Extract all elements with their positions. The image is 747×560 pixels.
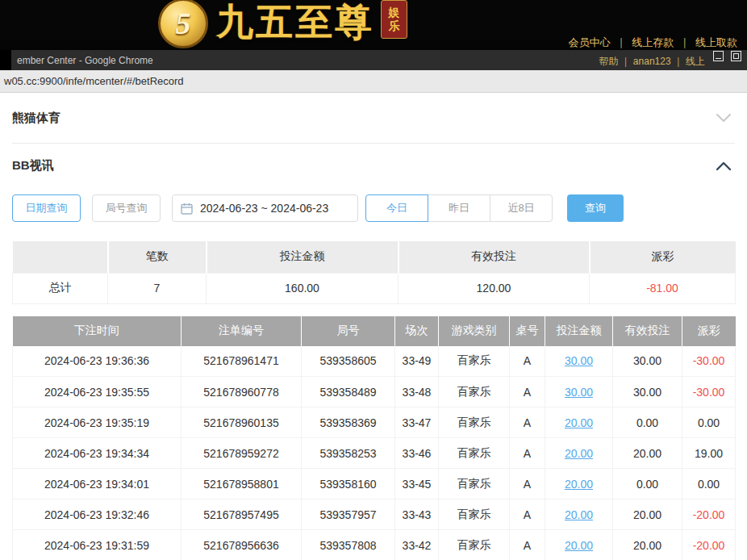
header-session: 场次 [395, 316, 439, 346]
header-round-no: 局号 [302, 316, 395, 346]
calendar-icon [181, 203, 193, 215]
cell-payout: -20.00 [682, 530, 736, 560]
cell-round-no: 539358489 [302, 377, 395, 407]
summary-bet-amount: 160.00 [207, 273, 399, 303]
link-separator: ｜ [616, 36, 627, 48]
cell-order-no: 521678957495 [182, 499, 302, 530]
header-order-no: 注单编号 [182, 316, 302, 346]
cell-game-type: 百家乐 [439, 499, 510, 530]
date-range-input[interactable]: 2024-06-23 ~ 2024-06-23 [172, 194, 358, 222]
cell-table-no: A [510, 499, 545, 530]
date-range-value: 2024-06-23 ~ 2024-06-23 [200, 202, 328, 215]
cell-session: 33-45 [395, 469, 439, 499]
cell-session: 33-48 [395, 377, 439, 407]
coin-icon: 5 [158, 0, 208, 48]
minimize-button[interactable] [713, 51, 724, 61]
cell-round-no: 539358160 [302, 469, 395, 499]
cell-valid-bet: 0.00 [613, 469, 682, 499]
bet-amount-link[interactable]: 30.00 [565, 386, 593, 399]
link-online-withdraw[interactable]: 线上取款 [695, 36, 737, 48]
chevron-up-icon[interactable] [716, 161, 732, 171]
cell-session: 33-43 [395, 499, 439, 530]
summary-header-blank [13, 241, 108, 273]
cell-bet-time: 2024-06-23 19:35:19 [13, 407, 182, 438]
today-button[interactable]: 今日 [365, 194, 428, 222]
badge-char-top: 娱 [389, 6, 400, 19]
cell-payout: -20.00 [682, 499, 736, 530]
url-text: w05.cc:9900/infe/mcenter/#/betRecord [4, 75, 184, 87]
table-row: 2024-06-23 19:34:01 521678958801 5393581… [13, 469, 736, 499]
bet-amount-link[interactable]: 20.00 [565, 508, 593, 521]
bet-amount-link[interactable]: 20.00 [565, 539, 593, 552]
link-separator: ｜ [679, 36, 690, 48]
table-row: 2024-06-23 19:35:19 521678960135 5393583… [13, 407, 736, 438]
cell-game-type: 百家乐 [439, 469, 510, 499]
summary-table: 笔数 投注金额 有效投注 派彩 总计 7 160.00 120.00 -81.0… [12, 241, 736, 304]
url-bar[interactable]: w05.cc:9900/infe/mcenter/#/betRecord [0, 70, 747, 93]
bet-records-table: 下注时间 注单编号 局号 场次 游戏类别 桌号 投注金额 有效投注 派彩 202… [12, 316, 736, 560]
summary-header-count: 笔数 [108, 241, 207, 273]
summary-header-row: 笔数 投注金额 有效投注 派彩 [13, 241, 736, 273]
quick-range-group: 今日 昨日 近8日 [365, 194, 553, 222]
bet-amount-link[interactable]: 20.00 [565, 478, 593, 491]
cell-game-type: 百家乐 [439, 407, 510, 438]
last-8-days-button[interactable]: 近8日 [490, 194, 553, 222]
bet-record-page: 熊猫体育 BB视讯 日期查询 局号查询 2024-06-23 ~ 2024-06… [0, 93, 747, 560]
header-valid-bet: 有效投注 [613, 316, 682, 346]
section-bb-video[interactable]: BB视讯 [12, 144, 735, 188]
cell-round-no: 539357808 [302, 530, 395, 560]
table-row: 2024-06-23 19:32:46 521678957495 5393579… [13, 499, 736, 530]
cell-session: 33-49 [395, 346, 439, 377]
cell-table-no: A [510, 530, 545, 560]
round-query-button[interactable]: 局号查询 [92, 194, 161, 222]
maximize-button[interactable] [731, 51, 741, 61]
table-row: 2024-06-23 19:34:34 521678959272 5393582… [13, 438, 736, 469]
cell-round-no: 539358605 [302, 346, 395, 377]
cell-order-no: 521678960135 [182, 407, 302, 438]
cell-game-type: 百家乐 [439, 346, 510, 377]
link-online-deposit[interactable]: 线上存款 [632, 36, 674, 48]
cell-game-type: 百家乐 [439, 438, 510, 469]
header-payout: 派彩 [682, 316, 736, 346]
cell-bet-time: 2024-06-23 19:31:59 [13, 530, 182, 560]
cell-order-no: 521678960778 [182, 377, 302, 407]
yesterday-button[interactable]: 昨日 [428, 194, 490, 222]
cell-table-no: A [510, 407, 545, 438]
table-row: 2024-06-23 19:36:36 521678961471 5393586… [13, 346, 736, 377]
cell-order-no: 521678961471 [182, 346, 302, 377]
favicon [0, 50, 11, 70]
summary-header-valid-bet: 有效投注 [399, 241, 590, 273]
cell-bet-time: 2024-06-23 19:32:46 [13, 499, 182, 530]
window-titlebar[interactable]: ember Center - Google Chrome 帮助 ｜ anan12… [0, 50, 747, 70]
bet-amount-link[interactable]: 30.00 [565, 354, 593, 367]
cell-payout: -30.00 [682, 377, 736, 407]
bet-amount-link[interactable]: 20.00 [565, 447, 593, 460]
cell-table-no: A [510, 438, 545, 469]
cell-bet-time: 2024-06-23 19:35:55 [13, 377, 182, 407]
search-button[interactable]: 查询 [567, 194, 624, 222]
header-game-type: 游戏类别 [439, 316, 510, 346]
cell-order-no: 521678959272 [182, 438, 302, 469]
chevron-down-icon[interactable] [716, 113, 732, 123]
records-header-row: 下注时间 注单编号 局号 场次 游戏类别 桌号 投注金额 有效投注 派彩 [13, 316, 736, 346]
header-bet-time: 下注时间 [13, 316, 182, 346]
section-panda-sports[interactable]: 熊猫体育 [12, 93, 735, 144]
table-row: 2024-06-23 19:31:59 521678956636 5393578… [13, 530, 736, 560]
cell-valid-bet: 20.00 [613, 438, 682, 469]
cell-bet-time: 2024-06-23 19:34:34 [13, 438, 182, 469]
cell-valid-bet: 30.00 [613, 346, 682, 377]
bet-amount-link[interactable]: 20.00 [565, 416, 593, 429]
cell-session: 33-42 [395, 530, 439, 560]
cell-game-type: 百家乐 [439, 530, 510, 560]
summary-valid-bet: 120.00 [399, 273, 590, 303]
filter-bar: 日期查询 局号查询 2024-06-23 ~ 2024-06-23 今日 昨日 … [12, 194, 735, 223]
date-query-button[interactable]: 日期查询 [12, 194, 81, 222]
section-bb-video-title: BB视讯 [12, 158, 54, 173]
summary-total-label: 总计 [13, 273, 108, 303]
cell-session: 33-47 [395, 407, 439, 438]
summary-payout: -81.00 [590, 273, 736, 303]
cell-table-no: A [510, 377, 545, 407]
link-member-center[interactable]: 会员中心 [569, 36, 611, 48]
cell-payout: 0.00 [682, 469, 736, 499]
cell-round-no: 539358369 [302, 407, 395, 438]
